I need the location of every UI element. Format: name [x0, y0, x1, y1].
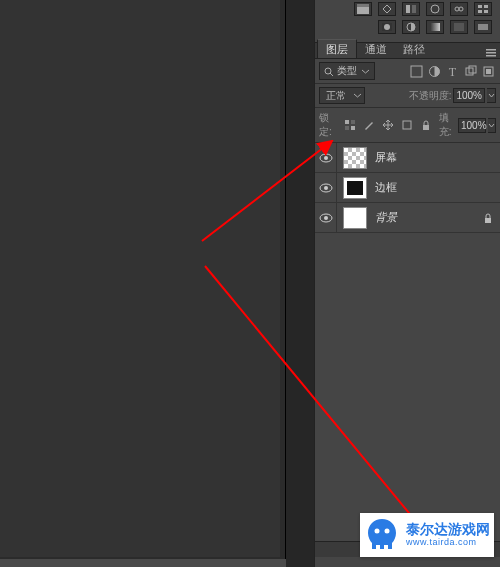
eye-icon	[319, 183, 333, 193]
visibility-toggle[interactable]	[315, 143, 337, 172]
svg-rect-0	[357, 7, 369, 14]
blend-row: 正常 不透明度: 100%	[315, 84, 500, 108]
svg-rect-2	[406, 5, 410, 13]
svg-rect-14	[430, 23, 440, 31]
svg-point-12	[384, 24, 390, 30]
link-icon[interactable]	[450, 2, 468, 16]
scale-icon[interactable]	[378, 2, 396, 16]
svg-rect-29	[345, 120, 349, 124]
lock-artboard-icon[interactable]	[400, 118, 414, 132]
filter-type-select[interactable]: 类型	[319, 62, 375, 80]
opacity-label: 不透明度:	[409, 89, 452, 103]
swatches-icon[interactable]	[354, 2, 372, 16]
flip-icon[interactable]	[402, 2, 420, 16]
layer-filter-row: 类型 T	[315, 59, 500, 84]
svg-rect-34	[423, 125, 429, 130]
panel-tabs: 图层 通道 路径	[315, 42, 500, 59]
layer-thumbnail[interactable]	[343, 177, 367, 199]
opacity-dropdown[interactable]	[487, 88, 496, 103]
lock-all-icon[interactable]	[419, 118, 433, 132]
svg-rect-8	[484, 5, 488, 8]
opacity-value[interactable]: 100%	[453, 88, 485, 103]
watermark: 泰尔达游戏网 www.tairda.com	[360, 513, 494, 557]
svg-rect-15	[454, 23, 464, 31]
fill-label: 填充:	[439, 111, 456, 139]
pattern-icon[interactable]	[450, 20, 468, 34]
layer-thumbnail[interactable]	[343, 147, 367, 169]
svg-point-46	[375, 529, 380, 534]
svg-rect-22	[411, 66, 422, 77]
svg-rect-28	[486, 69, 491, 74]
layer-thumbnail[interactable]	[343, 207, 367, 229]
tab-layers[interactable]: 图层	[317, 39, 357, 58]
svg-rect-30	[351, 126, 355, 130]
watermark-logo-icon	[362, 515, 402, 555]
lock-transparent-icon[interactable]	[343, 118, 357, 132]
tab-paths[interactable]: 路径	[395, 40, 433, 58]
upper-tool-rows	[315, 0, 500, 36]
blend-mode-value: 正常	[326, 90, 346, 101]
layer-row[interactable]: 屏幕	[315, 143, 500, 173]
svg-rect-7	[478, 5, 482, 8]
canvas-bottom-strip	[0, 559, 286, 567]
fill-dropdown[interactable]	[488, 118, 496, 133]
watermark-url: www.tairda.com	[406, 538, 490, 548]
text-filter-icon[interactable]: T	[445, 64, 460, 79]
svg-point-6	[459, 7, 463, 11]
lock-move-icon[interactable]	[381, 118, 395, 132]
gradient-icon[interactable]	[426, 20, 444, 34]
svg-point-47	[385, 529, 390, 534]
layer-row[interactable]: 边框	[315, 173, 500, 203]
lock-row: 锁定: 填充: 100%	[315, 108, 500, 143]
fill-value[interactable]: 100%	[458, 118, 486, 133]
svg-rect-41	[485, 218, 491, 223]
blend-mode-select[interactable]: 正常	[319, 87, 365, 104]
layer-name[interactable]: 边框	[375, 180, 397, 195]
layer-name[interactable]: 屏幕	[375, 150, 397, 165]
svg-text:T: T	[449, 65, 457, 78]
canvas-area	[0, 0, 286, 567]
svg-rect-1	[357, 4, 369, 7]
svg-point-36	[324, 156, 328, 160]
eye-icon	[319, 153, 333, 163]
shape-filter-icon[interactable]	[463, 64, 478, 79]
tab-channels[interactable]: 通道	[357, 40, 395, 58]
search-icon	[324, 67, 333, 76]
svg-rect-18	[486, 52, 496, 54]
svg-rect-16	[478, 24, 488, 30]
svg-point-40	[324, 216, 328, 220]
lock-paint-icon[interactable]	[362, 118, 376, 132]
svg-rect-32	[345, 126, 349, 130]
svg-rect-3	[412, 5, 416, 13]
svg-rect-19	[486, 55, 496, 57]
grid-icon[interactable]	[474, 2, 492, 16]
visibility-toggle[interactable]	[315, 203, 337, 232]
lock-icon	[482, 212, 494, 224]
panels-column: 图层 通道 路径 类型 T 正常 不透明度: 100%	[314, 0, 500, 567]
svg-point-5	[455, 7, 459, 11]
eye-icon	[319, 213, 333, 223]
adjust-filter-icon[interactable]	[427, 64, 442, 79]
reset-icon[interactable]	[426, 2, 444, 16]
svg-point-38	[324, 186, 328, 190]
layer-name[interactable]: 背景	[375, 210, 397, 225]
canvas-inner	[0, 0, 280, 557]
svg-rect-31	[351, 120, 355, 124]
svg-rect-17	[486, 49, 496, 51]
image-filter-icon[interactable]	[409, 64, 424, 79]
chevron-down-icon	[361, 67, 370, 76]
panel-menu-icon[interactable]	[486, 48, 496, 58]
mask-icon[interactable]	[378, 20, 396, 34]
svg-line-21	[330, 73, 333, 76]
svg-point-4	[431, 5, 439, 13]
layer-row[interactable]: 背景	[315, 203, 500, 233]
chevron-down-icon	[488, 92, 495, 99]
smart-filter-icon[interactable]	[481, 64, 496, 79]
svg-rect-10	[484, 10, 488, 13]
watermark-title: 泰尔达游戏网	[406, 522, 490, 537]
solid-icon[interactable]	[474, 20, 492, 34]
visibility-toggle[interactable]	[315, 173, 337, 202]
adjust-icon[interactable]	[402, 20, 420, 34]
chevron-down-icon	[353, 91, 362, 100]
filter-type-label: 类型	[337, 64, 357, 78]
